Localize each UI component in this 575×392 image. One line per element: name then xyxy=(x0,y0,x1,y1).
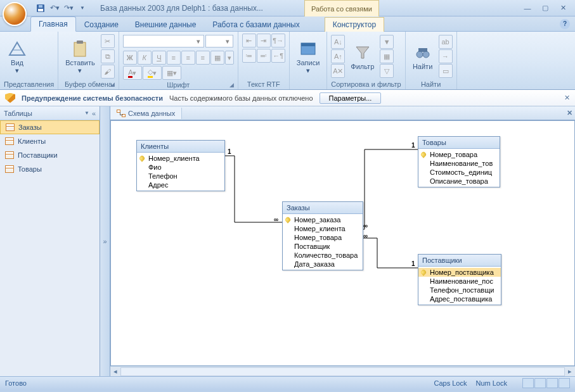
field[interactable]: Телефон_поставщи xyxy=(418,286,501,294)
field[interactable]: Фио xyxy=(137,163,224,172)
advanced-filter-button[interactable]: ▦ xyxy=(380,49,394,63)
font-color-button[interactable]: A▾ xyxy=(123,66,142,80)
format-painter-icon[interactable]: 🖌 xyxy=(101,65,115,79)
gridlines-button[interactable]: ▦ xyxy=(210,51,224,65)
gridlines-menu[interactable]: ▾ xyxy=(225,51,234,65)
replace-button[interactable]: ab xyxy=(439,35,453,49)
qat-customize-icon[interactable]: ▼ xyxy=(77,3,87,13)
field[interactable]: Телефон xyxy=(137,172,224,180)
view-shortcut-1[interactable] xyxy=(522,378,534,388)
entity-title[interactable]: Клиенты xyxy=(137,141,224,153)
field[interactable]: Номер_клиента xyxy=(283,224,363,233)
indent-dec-button[interactable]: ⇤ xyxy=(242,34,256,47)
clipboard-launcher[interactable]: ◢ xyxy=(109,81,117,89)
entity-title[interactable]: Товары xyxy=(418,137,500,149)
numbering-button[interactable]: ≕ xyxy=(257,49,271,63)
nav-header[interactable]: Таблицы ▼ « xyxy=(0,106,100,120)
tab-external-data[interactable]: Внешние данные xyxy=(127,17,205,32)
nav-item-goods[interactable]: Товары xyxy=(0,162,100,176)
select-button[interactable]: ▭ xyxy=(439,64,453,78)
field[interactable]: Дата_заказа xyxy=(283,260,363,269)
underline-button[interactable]: Ч xyxy=(152,51,166,65)
font-size-combo[interactable]: ▾ xyxy=(205,35,233,47)
entity-goods[interactable]: Товары Номер_товара Наименование_тов Сто… xyxy=(418,136,500,187)
save-icon[interactable] xyxy=(36,3,46,13)
field[interactable]: Адрес xyxy=(137,180,224,189)
nav-item-suppliers[interactable]: Поставщики xyxy=(0,148,100,162)
nav-menu-icon[interactable]: ▼ xyxy=(84,110,89,116)
align-center-button[interactable]: ≡ xyxy=(181,51,195,65)
field[interactable]: Количество_товара xyxy=(283,251,363,260)
paste-button[interactable]: Вставить▾ xyxy=(62,37,98,76)
relationships-canvas[interactable]: 1 ∞ 1 ∞ ∞ 1 Клиенты Номер_клиента Фио Те… xyxy=(110,120,575,366)
sort-asc-button[interactable]: A↓ xyxy=(331,35,345,49)
close-button[interactable]: ✕ xyxy=(557,3,569,14)
records-button[interactable]: Записи▾ xyxy=(294,37,323,76)
clear-sort-button[interactable]: A✕ xyxy=(331,64,345,78)
tab-design[interactable]: Конструктор xyxy=(325,17,384,32)
view-button[interactable]: Вид▾ xyxy=(4,37,30,76)
status-bar: Готово Caps Lock Num Lock xyxy=(0,376,575,389)
scroll-left-button[interactable]: ◂ xyxy=(110,367,120,376)
toggle-filter-button[interactable]: ▽ xyxy=(380,64,394,78)
fill-color-button[interactable]: ◇▾ xyxy=(143,66,162,80)
field-pk[interactable]: Номер_поставщика xyxy=(418,268,501,277)
entity-title[interactable]: Поставщики xyxy=(418,255,501,267)
scroll-track[interactable] xyxy=(120,367,565,376)
scroll-right-button[interactable]: ▸ xyxy=(565,367,575,376)
tab-create[interactable]: Создание xyxy=(76,17,127,32)
entity-orders[interactable]: Заказы Номер_заказа Номер_клиента Номер_… xyxy=(282,201,363,270)
rtl-button[interactable]: ←¶ xyxy=(271,49,285,63)
tab-database-tools[interactable]: Работа с базами данных xyxy=(204,17,307,32)
field[interactable]: Описание_товара xyxy=(418,177,500,186)
ltr-button[interactable]: ¶→ xyxy=(271,34,285,47)
redo-icon[interactable]: ↷▾ xyxy=(63,3,74,13)
view-shortcut-3[interactable] xyxy=(546,378,558,388)
font-name-combo[interactable]: ▾ xyxy=(123,35,204,47)
entity-clients[interactable]: Клиенты Номер_клиента Фио Телефон Адрес xyxy=(136,140,225,191)
alt-fill-button[interactable]: ▦▾ xyxy=(162,66,181,80)
indent-inc-button[interactable]: ⇥ xyxy=(257,34,271,47)
find-button[interactable]: Найти xyxy=(410,41,436,72)
sort-desc-button[interactable]: A↑ xyxy=(331,49,345,63)
view-shortcut-4[interactable] xyxy=(559,378,570,388)
entity-title[interactable]: Заказы xyxy=(283,202,363,214)
copy-icon[interactable]: ⧉ xyxy=(101,49,115,63)
cut-icon[interactable]: ✂ xyxy=(101,34,115,48)
field-pk[interactable]: Номер_товара xyxy=(418,150,500,159)
shutter-bar[interactable]: » xyxy=(100,106,110,376)
minimize-button[interactable]: — xyxy=(522,3,533,14)
view-shortcut-2[interactable] xyxy=(534,378,546,388)
entity-suppliers[interactable]: Поставщики Номер_поставщика Наименование… xyxy=(418,254,501,305)
italic-button[interactable]: К xyxy=(138,51,152,65)
maximize-button[interactable]: ▢ xyxy=(539,3,551,14)
nav-item-clients[interactable]: Клиенты xyxy=(0,134,100,148)
bold-button[interactable]: Ж xyxy=(123,51,137,65)
security-close-button[interactable]: ✕ xyxy=(564,94,570,102)
selection-filter-button[interactable]: ▼ xyxy=(380,35,394,49)
doc-tab-relationships[interactable]: Схема данных xyxy=(110,108,182,119)
security-options-button[interactable]: Параметры... xyxy=(320,92,382,104)
field-pk[interactable]: Номер_клиента xyxy=(137,154,224,163)
field[interactable]: Наименование_тов xyxy=(418,159,500,168)
office-button[interactable] xyxy=(3,2,27,26)
field[interactable]: Стоимость_единиц xyxy=(418,168,500,177)
nav-collapse-icon[interactable]: « xyxy=(92,110,96,117)
field-pk[interactable]: Номер_заказа xyxy=(283,215,363,224)
font-launcher[interactable]: ◢ xyxy=(228,82,236,89)
field[interactable]: Адрес_поставщика xyxy=(418,294,501,303)
field[interactable]: Номер_товара xyxy=(283,233,363,242)
tab-home[interactable]: Главная xyxy=(30,16,76,32)
doc-close-button[interactable]: ✕ xyxy=(564,109,575,117)
horizontal-scrollbar[interactable]: ◂ ▸ xyxy=(110,366,575,376)
field[interactable]: Поставщик xyxy=(283,242,363,251)
field[interactable]: Наименование_пос xyxy=(418,277,501,286)
goto-button[interactable]: → xyxy=(439,49,453,63)
nav-item-orders[interactable]: Заказы xyxy=(0,120,100,134)
bullets-button[interactable]: ≔ xyxy=(242,49,256,63)
align-right-button[interactable]: ≡ xyxy=(196,51,210,65)
filter-button[interactable]: Фильтр xyxy=(347,41,377,72)
help-button[interactable]: ? xyxy=(560,19,570,29)
undo-icon[interactable]: ↶▾ xyxy=(49,3,60,13)
align-left-button[interactable]: ≡ xyxy=(167,51,181,65)
